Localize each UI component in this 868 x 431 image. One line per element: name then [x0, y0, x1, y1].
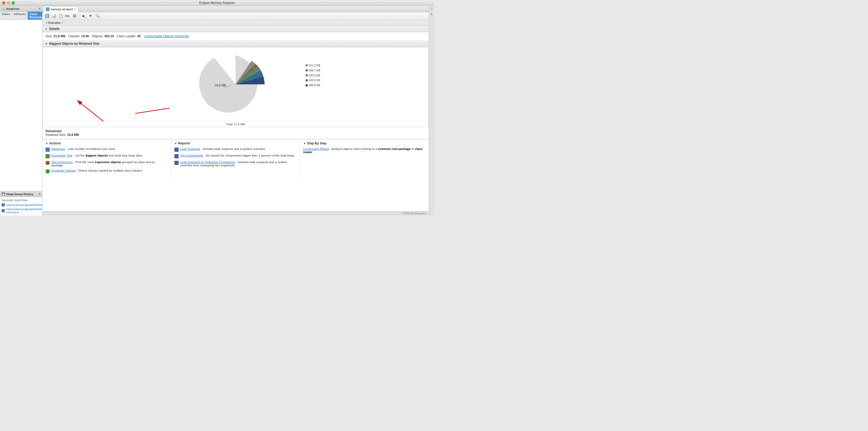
classes-value: 19.9k — [81, 34, 89, 38]
toolbar-dropdown-btn[interactable]: ▼ — [88, 13, 93, 19]
dominator-link[interactable]: Dominator Tree — [51, 154, 72, 157]
pie-label-text-5: 586.9 KB — [309, 83, 320, 88]
dominator-text2: and what they keep alive. — [109, 154, 143, 157]
toolbar-run-btn[interactable]: ▶ → — [81, 13, 87, 19]
main-tab-memory[interactable]: memory-rel.hprof ✕ — [43, 6, 78, 12]
biggest-objects-header[interactable]: ▼ Biggest Objects by Retained Size — [42, 40, 429, 47]
inspector-content — [0, 20, 42, 191]
pie-dot-5 — [306, 85, 308, 87]
reports-title: ▼ Reports — [175, 141, 297, 145]
toolbar-chart-btn[interactable]: 📊 — [51, 13, 57, 19]
tab-statics[interactable]: Statics — [0, 12, 12, 20]
leak-snapshot-icon — [175, 161, 179, 165]
traffic-lights — [2, 1, 15, 4]
top-components-icon — [175, 154, 179, 158]
retained-value: 19.8 MB — [67, 133, 79, 137]
leak-suspects-icon — [175, 147, 179, 152]
total-label: Total: 21.6 MB — [42, 121, 429, 127]
pie-center-text: 19.8 MB — [214, 84, 226, 87]
leak-snapshot-link[interactable]: Leak Suspects by Snapshot Comparison — [180, 161, 235, 164]
maximize-button[interactable] — [12, 1, 15, 4]
pie-label-5: 586.9 KB — [306, 83, 320, 88]
chart-inner: 19.8 MB 211.2 KB — [42, 47, 429, 121]
inspector-title: Inspector — [6, 7, 20, 10]
pie-label-text-2: 264.7 KB — [309, 68, 320, 73]
toolbar-settings-btn[interactable]: ⚙️ — [71, 13, 77, 19]
pie-label-1: 211.2 KB — [306, 63, 320, 68]
pie-dot-3 — [306, 74, 308, 76]
histogram-link[interactable]: Histogram — [51, 147, 65, 151]
objects-label: Objects: — [92, 34, 103, 38]
overview-tab[interactable]: ℹ Overview ✕ — [44, 20, 66, 25]
heap-dump-section: 💾 Heap Dump History ✕ Recently Used File… — [0, 191, 42, 216]
action-duplicate-classes: Duplicate Classes : Detect classes loade… — [45, 169, 168, 173]
pie-label-2: 264.7 KB — [306, 68, 320, 73]
duplicate-classes-link[interactable]: Duplicate Classes — [51, 169, 76, 172]
top-consumers-link[interactable]: Top Consumers — [51, 161, 73, 164]
tab-bar: memory-rel.hprof ✕ — [42, 6, 429, 12]
details-title: Details — [49, 27, 60, 31]
toolbar-search-btn[interactable]: 🔍 — [94, 13, 100, 19]
component-report-desc: Component Report : Analyze objects which… — [303, 147, 426, 154]
loader-value: 45 — [137, 34, 141, 38]
top-components-desc: Top Components : list reports for compon… — [180, 154, 295, 157]
top-components-link[interactable]: Top Components — [180, 154, 203, 157]
pie-label-3: 295.3 KB — [306, 73, 320, 78]
toolbar-sep-1 — [79, 13, 79, 18]
inspector-tabs: Statics Attributes Class Hierarchy Value — [0, 12, 42, 20]
biggest-objects-triangle: ▼ — [45, 42, 48, 45]
heap-file-2[interactable]: /Users/chenzongkuan/Desktop/video-conv.h… — [0, 207, 42, 214]
status-text: CSDN @YAMgordon — [402, 212, 427, 215]
leak-suspects-text: : includes leak suspects and a system ov… — [201, 147, 266, 151]
action-histogram: Histogram : Lists number of instances pe… — [45, 147, 168, 152]
overview-tab-row: ℹ Overview ✕ — [42, 20, 429, 26]
unreachable-objects-link[interactable]: Unreachable Objects Histogram — [144, 34, 189, 38]
main-tab-close[interactable]: ✕ — [74, 8, 76, 11]
pie-dot-1 — [306, 64, 308, 66]
action-dominator: Dominator Tree : List the biggest object… — [45, 154, 168, 158]
toolbar-list-btn[interactable]: 📋 — [58, 13, 63, 19]
step-component-report: Component Report : Analyze objects which… — [303, 147, 426, 154]
overview-tab-close[interactable]: ✕ — [61, 21, 63, 24]
heap-file-1[interactable]: /Users/chenzongkuan/Desktop/ques2.hprof — [0, 203, 42, 207]
objects-value: 455.1k — [104, 34, 114, 38]
remainder-title: Remainder — [45, 129, 426, 133]
side-edit-btn[interactable]: ✎ — [430, 12, 434, 16]
size-label: Size: — [45, 34, 53, 38]
action-top-consumers: Top Consumers : Print the most expensive… — [45, 161, 168, 167]
details-section-header[interactable]: ▼ Details — [42, 26, 429, 32]
step-by-step-col: ▼ Step By Step Component Report : Analyz… — [300, 139, 429, 178]
dominator-desc: Dominator Tree : List the biggest object… — [51, 154, 143, 157]
pie-dot-4 — [306, 79, 308, 81]
memory-tab-icon — [46, 7, 50, 11]
component-report-link[interactable]: Component Report — [303, 147, 329, 151]
top-components-text: : list reports for components bigger tha… — [204, 154, 295, 157]
main-tab-label: memory-rel.hprof — [51, 8, 73, 11]
annotation-arrow-2 — [135, 108, 169, 113]
biggest-objects-title: Biggest Objects by Retained Size — [49, 42, 99, 45]
heap-dump-close-icon[interactable]: ✕ — [38, 193, 40, 195]
minimize-button[interactable] — [7, 1, 10, 4]
window-title: Eclipse Memory Analyzer — [199, 1, 235, 5]
side-help-btn[interactable]: ? — [430, 7, 434, 11]
leak-suspects-link[interactable]: Leak Suspects — [180, 147, 200, 151]
right-side-panel: ? ✎ — [429, 6, 434, 216]
inspector-icon: 🔍 — [2, 7, 5, 10]
step-triangle: ▼ — [303, 142, 306, 145]
title-bar: Eclipse Memory Analyzer — [0, 0, 434, 6]
top-consumers-desc: Top Consumers : Print the most expensive… — [51, 161, 168, 167]
report-top-components: Top Components : list reports for compon… — [175, 154, 297, 158]
file-icon-2 — [2, 209, 5, 212]
remainder-size: Retained Size: 19.8 MB — [45, 133, 426, 137]
annotation-arrow-1 — [77, 100, 103, 121]
toolbar-info-btn[interactable]: ℹ️ — [44, 13, 50, 19]
inspector-close-icon[interactable]: ✕ — [38, 7, 40, 10]
actions-title: ▼ Actions — [45, 141, 168, 145]
close-button[interactable] — [2, 1, 5, 4]
toolbar-code-btn[interactable]: OQL — [65, 13, 70, 19]
tab-attributes[interactable]: Attributes — [12, 12, 28, 20]
duplicate-classes-desc: Duplicate Classes : Detect classes loade… — [51, 169, 143, 172]
report-leak-suspects: Leak Suspects : includes leak suspects a… — [175, 147, 297, 152]
component-report-text2: or — [411, 147, 415, 151]
pie-labels: 211.2 KB 264.7 KB 295.3 KB — [306, 63, 320, 88]
